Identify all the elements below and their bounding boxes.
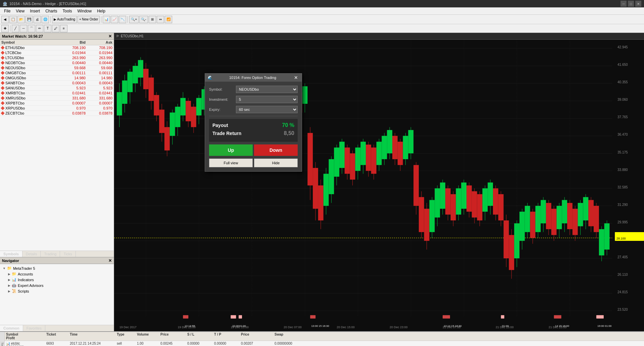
market-watch-close[interactable]: ✕ [108,34,112,39]
nav-indicators[interactable]: ▶ 📊 Indicators [1,277,112,283]
marker-tool-button[interactable]: 🖊 [52,25,59,32]
print-button[interactable]: 🖨 [34,16,41,23]
new-order-button[interactable]: + New Order [78,16,100,23]
nav-metatrader[interactable]: ▼ 📁 MetaTrader 5 [1,265,112,271]
svg-rect-136 [355,147,360,171]
browser-button[interactable]: 🌐 [42,16,49,23]
investment-select[interactable]: 5 10 25 [236,96,298,103]
autotrading-icon: ▶ [54,17,56,21]
down-button[interactable]: Down [254,144,298,156]
svg-text:13 14:55: 13 14:55 [185,325,195,328]
list-item[interactable]: NEOBTCbo 0.00440 0.00440 [0,60,114,66]
list-item[interactable]: LTCBCbo 0.01944 0.01944 [0,50,114,55]
symbol-select[interactable]: NEOUSDbo ETHUSDbo LTCUSDbo [236,86,298,93]
zoom-out-button[interactable]: 🔍- [139,16,148,23]
market-watch-rows: ETHUSDbo 708.190 708.190 LTCBCbo 0.01944… [0,45,114,116]
svg-rect-64 [164,127,170,150]
list-item[interactable]: LTCUSDbo 263.990 263.990 [0,55,114,60]
svg-rect-230 [604,223,610,250]
col-profit: Profit [6,336,46,340]
bar-chart-button[interactable]: 📊 [103,16,110,23]
line-chart-button[interactable]: 📉 [119,16,126,23]
ask-value: 59.668 [86,66,112,70]
svg-rect-210 [551,209,557,235]
list-item[interactable]: ZECBTCbo 0.03878 0.03878 [0,111,114,116]
tab-ticks[interactable]: Ticks [60,251,76,257]
row-tp: 0.00000 [214,342,241,345]
secondary-buttons: Full view Hide [209,159,298,167]
symbol-name: OMGUSDbo [5,76,26,80]
expiry-select[interactable]: 60 sec 120 sec 300 sec [236,106,298,113]
nav-back-button[interactable]: ◀ [1,16,9,23]
nav-scripts[interactable]: ▶ 📜 Scripts [1,288,112,294]
symbol-name: SANUSDbo [5,86,25,90]
navigator-close[interactable]: ✕ [108,258,112,263]
text-tool-button[interactable]: T [44,25,51,32]
chart-canvas[interactable]: 42.945 41.650 40.355 39.060 37.765 36.47… [114,40,644,331]
menu-file[interactable]: File [1,8,13,14]
menu-help[interactable]: Help [94,8,108,14]
candle-button[interactable]: 📈 [111,16,118,23]
svg-text:36.470: 36.470 [617,133,628,136]
signal-button[interactable]: 📶 [165,16,172,23]
crosshair-button[interactable]: ✚ [1,25,9,32]
nav-tab-common[interactable]: Common [0,325,23,331]
dialog-titlebar[interactable]: 🌊 10154: Forex Option Trading ✕ [205,74,302,82]
close-button[interactable]: ✕ [635,1,641,7]
terminal-sidebar[interactable]: Toolbox [0,332,5,346]
row-sl: 0.00000 [187,342,214,345]
line-tool-button[interactable]: ╱ [12,25,19,32]
tab-details[interactable]: Details [22,251,41,257]
symbol-name: ETHUSDbo [5,46,24,50]
scroll-button[interactable]: ⇔ [157,16,164,23]
dialog-close-button[interactable]: ✕ [293,75,299,81]
svg-rect-134 [350,154,355,180]
zoom-fit-button[interactable]: ⊞ [149,16,156,23]
open-button[interactable]: 📂 [17,16,25,23]
tab-trading[interactable]: Trading [41,251,60,257]
bid-value: 14.980 [59,76,86,80]
menu-view[interactable]: View [13,8,27,14]
hide-button[interactable]: Hide [254,159,298,167]
list-item[interactable]: SANUSDbo 5.923 5.923 [0,86,114,91]
list-item[interactable]: SANBTCbo 0.00043 0.00043 [0,81,114,86]
svg-text:26.110: 26.110 [617,273,628,276]
list-item[interactable]: NEOUSDbo 59.668 59.668 [0,66,114,71]
zoom-in-button[interactable]: 🔍+ [129,16,139,23]
market-watch-tabs: Symbols Details Trading Ticks [0,251,114,257]
menu-window[interactable]: Window [75,8,95,14]
channel-tool-button[interactable]: ≡ [60,25,67,32]
save-button[interactable]: 💾 [26,16,33,23]
nav-tab-favorites[interactable]: Favorites [23,325,45,331]
list-item[interactable]: XMRUSDbo 331.680 331.680 [0,96,114,101]
terminal-panel: Toolbox Symbol Ticket Time Type Volume P… [0,331,644,346]
new-chart-button[interactable]: 📋 [9,16,17,23]
nav-accounts[interactable]: ▶ 📁 Accounts [1,271,112,277]
expand-icon: ▼ [3,267,6,270]
menu-tools[interactable]: Tools [60,8,75,14]
hline-tool-button[interactable]: ─ [20,25,27,32]
list-item[interactable]: XRPUSDbo 0.970 0.970 [0,106,114,111]
svg-rect-168 [440,182,445,209]
up-button[interactable]: Up [209,144,253,156]
investment-label: Investment: [209,97,236,101]
menu-insert[interactable]: Insert [27,8,43,14]
svg-text:27.405: 27.405 [617,255,628,259]
minimize-button[interactable]: ─ [621,1,627,7]
tab-symbols[interactable]: Symbols [0,251,22,257]
list-item[interactable]: OMGBTCbo 0.00111 0.00111 [0,71,114,76]
list-item[interactable]: XRPBTCbo 0.00007 0.00007 [0,101,114,106]
list-item[interactable]: XMRBTCbo 0.02441 0.02441 [0,91,114,96]
maximize-button[interactable]: □ [628,1,634,7]
pencil-tool-button[interactable]: ✏ [36,25,43,32]
svg-rect-194 [509,235,514,270]
market-watch-header: Market Watch: 16:56:27 ✕ [0,33,114,40]
nav-expert-advisors[interactable]: ▶ 🤖 Expert Advisors [1,283,112,288]
list-item[interactable]: OMGUSDbo 14.980 14.980 [0,76,114,81]
svg-rect-206 [541,200,546,223]
curve-tool-button[interactable]: ⌒ [28,25,35,32]
full-view-button[interactable]: Full view [209,159,253,167]
autotrading-button[interactable]: ▶ AutoTrading [52,16,77,23]
list-item[interactable]: ETHUSDbo 708.190 708.190 [0,45,114,50]
menu-charts[interactable]: Charts [43,8,60,14]
